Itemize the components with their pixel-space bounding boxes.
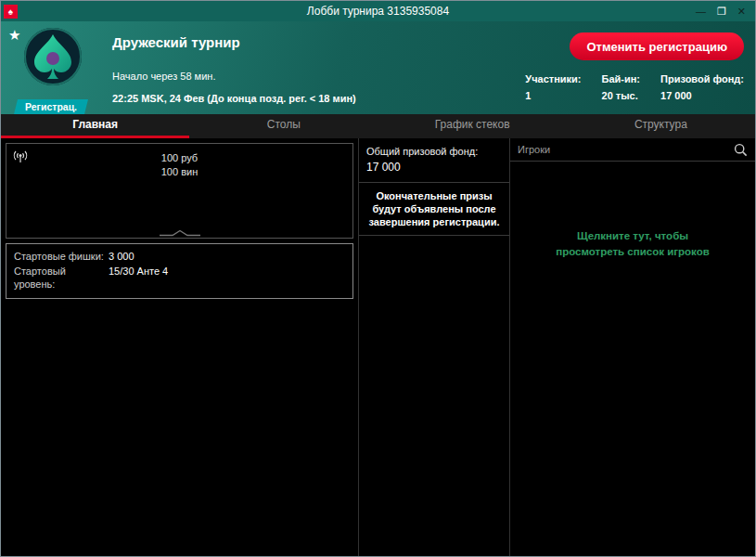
registration-status-badge: Регистрац.: [14, 99, 88, 114]
tournament-stats: Участники: 1 Бай-ин: 20 тыс. Призовой фо…: [525, 73, 744, 101]
left-panel: 100 руб 100 вин Стартовые фишки: 3 000 С…: [1, 138, 358, 556]
satellite-info-box: 100 руб 100 вин: [6, 143, 353, 239]
starting-info-box: Стартовые фишки: 3 000 Стартовый уровень…: [6, 243, 353, 299]
stat-label: Участники:: [525, 73, 581, 84]
stat-value: 1: [525, 90, 581, 101]
tab-structure[interactable]: Структура: [567, 114, 755, 138]
stat-prize-pool: Призовой фонд: 17 000: [660, 73, 744, 101]
players-search-bar: [510, 138, 755, 162]
pokerstars-logo-icon: [23, 27, 83, 86]
start-countdown: Начало через 58 мин.: [112, 71, 356, 82]
prize-panel: Общий призовой фонд: 17 000 Окончательны…: [358, 138, 510, 556]
satellite-icon: [12, 149, 29, 167]
window-title: Лобби турнира 3135935084: [1, 5, 755, 18]
tab-main[interactable]: Главная: [1, 114, 189, 138]
window-controls: — ❐ ✕: [696, 1, 755, 21]
tournament-header: ★ Регистрац. Дружеский турнир Начало чер…: [1, 21, 755, 114]
prize-pool-value: 17 000: [366, 161, 502, 174]
search-icon[interactable]: [734, 143, 748, 157]
satellite-line-2: 100 вин: [6, 165, 352, 179]
starting-level-value: 15/30 Анте 4: [109, 265, 345, 291]
lobby-content: 100 руб 100 вин Стартовые фишки: 3 000 С…: [1, 138, 755, 556]
tab-stack-chart[interactable]: График стеков: [378, 114, 567, 138]
start-schedule: 22:25 MSK, 24 Фев (До конца позд. рег. <…: [112, 93, 356, 104]
stat-value: 17 000: [660, 90, 744, 101]
prize-pool-header: Общий призовой фонд: 17 000: [359, 138, 509, 182]
stat-label: Бай-ин:: [602, 73, 641, 84]
titlebar: ♠ Лобби турнира 3135935084 — ❐ ✕: [1, 1, 755, 21]
tournament-name: Дружеский турнир: [112, 34, 356, 50]
header-right: Отменить регистрацию Участники: 1 Бай-ин…: [525, 32, 744, 101]
stat-entrants: Участники: 1: [525, 73, 581, 101]
view-players-list-link[interactable]: Щелкните тут, чтобы просмотреть список и…: [510, 228, 755, 260]
players-panel: Щелкните тут, чтобы просмотреть список и…: [510, 138, 755, 556]
stat-value: 20 тыс.: [602, 90, 641, 101]
lobby-tabs: Главная Столы График стеков Структура: [1, 114, 755, 138]
satellite-line-1: 100 руб: [6, 151, 352, 165]
starting-chips-label: Стартовые фишки:: [14, 250, 109, 263]
starting-chips-value: 3 000: [109, 250, 345, 263]
prize-note: Окончательные призы будут объявлены посл…: [359, 182, 509, 236]
players-search-input[interactable]: [518, 144, 734, 155]
close-button[interactable]: ✕: [737, 1, 746, 21]
starting-level-label: Стартовый уровень:: [14, 265, 109, 291]
minimize-button[interactable]: —: [696, 1, 706, 21]
maximize-button[interactable]: ❐: [717, 1, 726, 21]
tournament-info: Дружеский турнир Начало через 58 мин. 22…: [112, 34, 356, 104]
app-spade-icon: ♠: [4, 5, 18, 19]
favorite-star-icon[interactable]: ★: [8, 27, 20, 44]
tournament-lobby-window: ♠ Лобби турнира 3135935084 — ❐ ✕ ★: [0, 0, 756, 557]
prize-pool-label: Общий призовой фонд:: [366, 146, 502, 157]
cancel-registration-button[interactable]: Отменить регистрацию: [570, 32, 744, 60]
stat-buyin: Бай-ин: 20 тыс.: [602, 73, 641, 101]
stat-label: Призовой фонд:: [660, 73, 744, 84]
collapse-chevron-icon[interactable]: [159, 229, 201, 237]
tab-tables[interactable]: Столы: [189, 114, 378, 138]
